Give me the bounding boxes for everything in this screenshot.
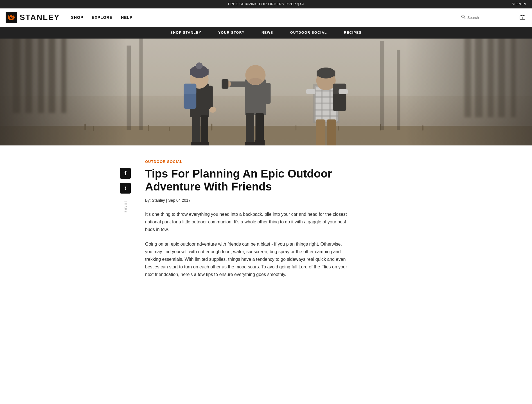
search-input[interactable] bbox=[467, 15, 511, 20]
twitter-icon: t bbox=[125, 186, 126, 191]
nav-shop[interactable]: SHOP bbox=[71, 15, 84, 20]
secondary-nav-shop-stanley[interactable]: SHOP STANLEY bbox=[170, 31, 201, 35]
nav-explore[interactable]: EXPLORE bbox=[92, 15, 112, 20]
svg-point-10 bbox=[462, 15, 465, 18]
svg-point-5 bbox=[12, 15, 14, 17]
logo-text: STANLEY bbox=[20, 13, 60, 22]
share-label: SHARE bbox=[124, 201, 127, 213]
article-paragraph-1: It's one thing to throw everything you n… bbox=[145, 210, 348, 234]
svg-point-9 bbox=[10, 18, 12, 19]
logo-bear-icon bbox=[6, 12, 17, 23]
secondary-nav-outdoor-social[interactable]: OUTDOOR SOCIAL bbox=[290, 31, 327, 35]
top-banner: FREE SHIPPING FOR ORDERS OVER $49 SIGN I… bbox=[0, 0, 532, 8]
logo-area[interactable]: STANLEY bbox=[6, 12, 60, 23]
svg-rect-88 bbox=[0, 39, 532, 145]
secondary-nav-recipes[interactable]: RECIPES bbox=[344, 31, 362, 35]
svg-text:0: 0 bbox=[522, 17, 523, 19]
nav-links: SHOP EXPLORE HELP bbox=[71, 15, 458, 20]
article-author: By: Stanley bbox=[145, 198, 165, 203]
hero-image bbox=[0, 39, 532, 145]
social-sidebar: f t SHARE bbox=[117, 160, 134, 285]
facebook-icon: f bbox=[125, 170, 127, 177]
article-container: f t SHARE OUTDOOR SOCIAL Tips For Planni… bbox=[111, 145, 421, 299]
search-box[interactable] bbox=[458, 13, 514, 22]
secondary-navigation: SHOP STANLEY YOUR STORY NEWS OUTDOOR SOC… bbox=[0, 27, 532, 39]
facebook-share-button[interactable]: f bbox=[120, 168, 131, 179]
svg-point-7 bbox=[10, 17, 11, 18]
secondary-nav-your-story[interactable]: YOUR STORY bbox=[218, 31, 245, 35]
banner-message: FREE SHIPPING FOR ORDERS OVER $49 bbox=[228, 2, 304, 6]
nav-right: 0 bbox=[458, 13, 526, 22]
nav-help[interactable]: HELP bbox=[121, 15, 132, 20]
search-icon bbox=[461, 15, 466, 20]
main-navigation: STANLEY SHOP EXPLORE HELP 0 bbox=[0, 8, 532, 27]
twitter-share-button[interactable]: t bbox=[120, 183, 131, 194]
article-category: OUTDOOR SOCIAL bbox=[145, 160, 348, 164]
svg-point-8 bbox=[12, 17, 13, 18]
article-paragraph-2: Going on an epic outdoor adventure with … bbox=[145, 240, 348, 279]
article-meta: By: Stanley | Sep 04 2017 bbox=[145, 198, 348, 203]
svg-point-4 bbox=[9, 15, 10, 17]
sign-in-link[interactable]: SIGN IN bbox=[512, 2, 526, 6]
article-title: Tips For Planning An Epic Outdoor Advent… bbox=[145, 167, 348, 193]
article-date: Sep 04 2017 bbox=[168, 198, 190, 203]
cart-icon[interactable]: 0 bbox=[519, 13, 526, 22]
article-body: OUTDOOR SOCIAL Tips For Planning An Epic… bbox=[134, 160, 348, 285]
svg-line-11 bbox=[464, 18, 466, 19]
secondary-nav-news[interactable]: NEWS bbox=[262, 31, 273, 35]
